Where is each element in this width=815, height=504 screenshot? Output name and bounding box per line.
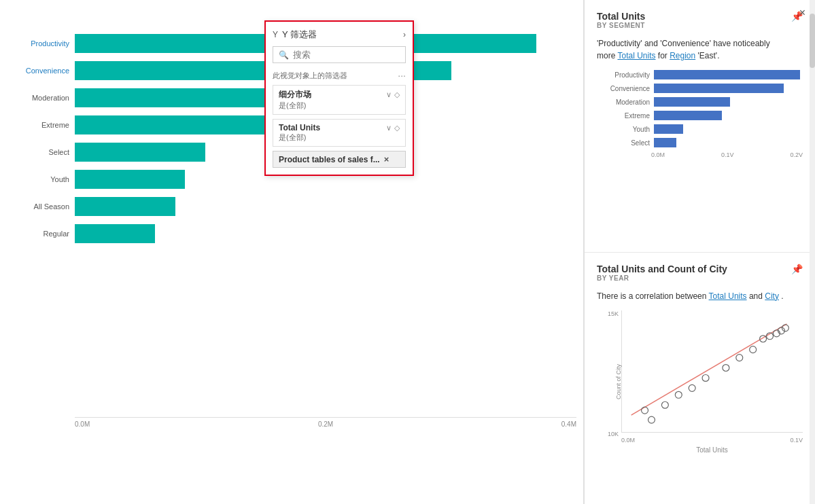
filter-panel-overlay: Y Y 筛选器 › 🔍 此视觉对象上的筛选器 ··· 细分市场 ∨ [264, 20, 414, 176]
filter-item-icons: ∨ ◇ [386, 90, 400, 99]
mini-bar-container [654, 111, 800, 120]
mini-bar-label: Youth [600, 126, 654, 133]
insight-card-header: Total Units BY SEGMENT 📌 [597, 11, 803, 35]
insight-card-subtitle: BY SEGMENT [597, 22, 645, 29]
insight-card-text: 'Productivity' and 'Convenience' have no… [597, 37, 803, 62]
bar-container [75, 224, 576, 243]
close-button[interactable]: × [799, 7, 805, 19]
filter-active-tag: Product tables of sales f... × [273, 151, 406, 168]
svg-point-14 [648, 416, 655, 423]
bar-fill [75, 197, 175, 216]
scatter-x-ticks: 0.0M 0.1V [621, 437, 803, 444]
scatter-area: 0.0M 0.1V Total Units Count of City [621, 310, 803, 454]
link-total-units-2[interactable]: Total Units [709, 291, 747, 301]
insight-card-text-2: There is a correlation between Total Uni… [597, 290, 803, 302]
filter-search-input[interactable] [293, 50, 400, 60]
dropdown-icon[interactable]: ∨ [386, 90, 392, 99]
mini-bar-container [654, 70, 800, 79]
filter-item-row: 细分市场 ∨ ◇ [279, 89, 400, 101]
link-city[interactable]: City [765, 291, 779, 301]
filter-item-value-2: 是(全部) [279, 132, 400, 143]
mini-bar-label: Extreme [600, 112, 654, 120]
mini-bar-row: Select [600, 138, 800, 147]
mini-x-axis: 0.0M 0.1V 0.2V [651, 151, 803, 158]
active-tag-close[interactable]: × [384, 154, 389, 164]
filter-item-row-2: Total Units ∨ ◇ [279, 123, 400, 132]
bar-label: Extreme [14, 121, 75, 129]
svg-point-3 [675, 391, 682, 398]
bar-label: All Season [14, 202, 75, 211]
filter-title: Y 筛选器 [282, 29, 317, 41]
pin-icon-2[interactable]: 📌 [791, 264, 803, 274]
insight-card-subtitle-2: BY YEAR [597, 274, 727, 282]
filter-section-dots[interactable]: ··· [398, 70, 406, 81]
scatter-x-label: Total Units [621, 446, 803, 454]
insight-card-title: Total Units [597, 11, 645, 22]
mini-bar-label: Select [600, 139, 654, 147]
left-panel: Productivity Convenience Moderation Extr… [0, 0, 584, 504]
mini-bar-fill [654, 111, 722, 120]
active-tag-label: Product tables of sales f... [279, 155, 380, 164]
filter-item-segment[interactable]: 细分市场 ∨ ◇ 是(全部) [273, 85, 406, 115]
bar-label: Regular [14, 230, 75, 238]
filter-item-icons-2: ∨ ◇ [386, 124, 400, 132]
insight-card-title-2: Total Units and Count of City [597, 264, 727, 274]
mini-bar-fill [654, 70, 800, 79]
scrollbar-thumb[interactable] [810, 14, 815, 68]
bar-label: Productivity [14, 39, 75, 48]
mini-bar-fill [654, 97, 730, 107]
insight-card-segment: Total Units BY SEGMENT 📌 'Productivity' … [585, 0, 815, 253]
svg-point-4 [689, 384, 695, 391]
bar-fill [75, 224, 155, 243]
mini-bar-row: Convenience [600, 84, 800, 93]
filter-chevron-icon[interactable]: › [403, 30, 406, 39]
bar-label: Convenience [14, 67, 75, 75]
bar-label: Select [14, 148, 75, 156]
mini-bar-label: Convenience [600, 85, 654, 92]
svg-point-5 [702, 374, 709, 381]
bar-fill [75, 170, 185, 189]
filter-item-name: 细分市场 [279, 89, 311, 101]
svg-point-6 [723, 364, 729, 371]
link-region[interactable]: Region [670, 51, 695, 60]
mini-bar-container [654, 97, 800, 107]
scatter-wrapper: 15K 10K [597, 310, 803, 454]
mini-bar-container [654, 84, 800, 93]
scatter-y-label: Count of City [615, 364, 622, 399]
right-panel: × Total Units BY SEGMENT 📌 'Productivity… [584, 0, 815, 504]
mini-bar-label: Moderation [600, 98, 654, 106]
clear-icon-2[interactable]: ◇ [394, 124, 400, 132]
scatter-y-top: 15K [608, 310, 619, 317]
dropdown-icon-2[interactable]: ∨ [386, 124, 392, 132]
filter-header: Y Y 筛选器 › [273, 29, 406, 41]
mini-bar-row: Moderation [600, 97, 800, 107]
mini-bar-row: Youth [600, 124, 800, 134]
scatter-y-bottom: 10K [608, 431, 619, 437]
mini-bar-row: Extreme [600, 111, 800, 120]
bar-label: Youth [14, 175, 75, 183]
mini-bar-fill [654, 124, 683, 134]
filter-item-name-2: Total Units [279, 123, 320, 132]
svg-point-7 [736, 354, 743, 361]
mini-bar-row: Productivity [600, 70, 800, 79]
filter-section-label: 此视觉对象上的筛选器 ··· [273, 70, 406, 81]
filter-y-label: Y [273, 30, 278, 39]
bar-row: All Season [14, 197, 576, 216]
bar-container [75, 197, 576, 216]
scrollbar[interactable] [810, 0, 815, 504]
filter-search-box[interactable]: 🔍 [273, 46, 406, 63]
svg-point-1 [642, 407, 648, 414]
svg-point-2 [661, 401, 668, 408]
filter-item-total-units[interactable]: Total Units ∨ ◇ 是(全部) [273, 119, 406, 147]
svg-line-0 [631, 323, 787, 414]
mini-bar-fill [654, 138, 676, 147]
bar-row: Regular [14, 224, 576, 243]
x-axis: 0.0M0.2M0.4M [75, 417, 576, 428]
mini-bar-fill [654, 84, 784, 93]
link-total-units[interactable]: Total Units [617, 51, 655, 60]
insight-card-city-header: Total Units and Count of City BY YEAR 📌 [597, 264, 803, 287]
search-icon: 🔍 [279, 50, 289, 60]
filter-item-value: 是(全部) [279, 101, 400, 111]
mini-bar-container [654, 124, 800, 134]
clear-icon[interactable]: ◇ [394, 90, 400, 99]
